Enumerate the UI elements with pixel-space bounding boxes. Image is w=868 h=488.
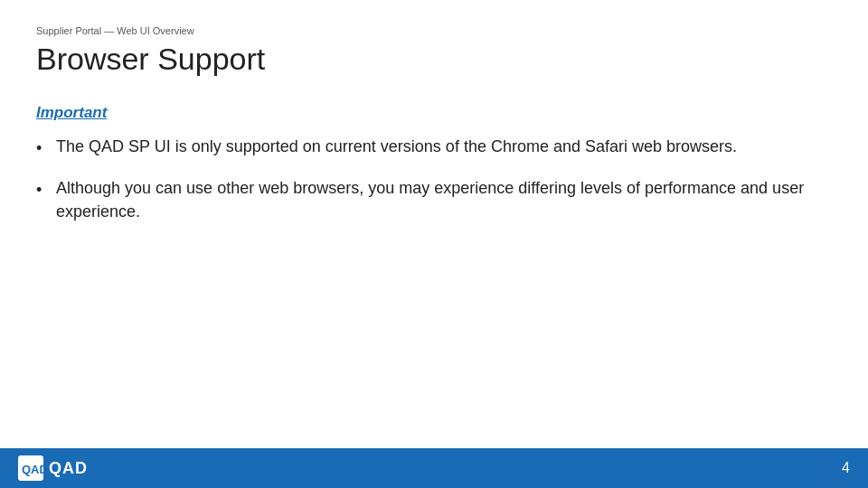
content-area: Supplier Portal — Web UI Overview Browse… [0, 0, 868, 448]
logo-text: QAD [49, 459, 88, 478]
breadcrumb: Supplier Portal — Web UI Overview [36, 25, 832, 36]
list-item: • Although you can use other web browser… [36, 176, 832, 223]
svg-text:QAD: QAD [22, 463, 43, 476]
bottom-bar: QAD QAD 4 [0, 448, 868, 488]
page-title: Browser Support [36, 42, 832, 77]
bullet-text-2: Although you can use other web browsers,… [56, 176, 832, 223]
slide-container: Supplier Portal — Web UI Overview Browse… [0, 0, 868, 488]
bullet-text-1: The QAD SP UI is only supported on curre… [56, 135, 832, 158]
qad-logo-icon: QAD [18, 455, 43, 481]
list-item: • The QAD SP UI is only supported on cur… [36, 135, 832, 160]
bullet-dot-2: • [36, 178, 56, 202]
logo-area: QAD QAD [18, 455, 88, 481]
bullet-list: • The QAD SP UI is only supported on cur… [36, 135, 832, 223]
page-number: 4 [842, 460, 850, 476]
bullet-dot-1: • [36, 136, 56, 160]
section-label: Important [36, 104, 832, 122]
